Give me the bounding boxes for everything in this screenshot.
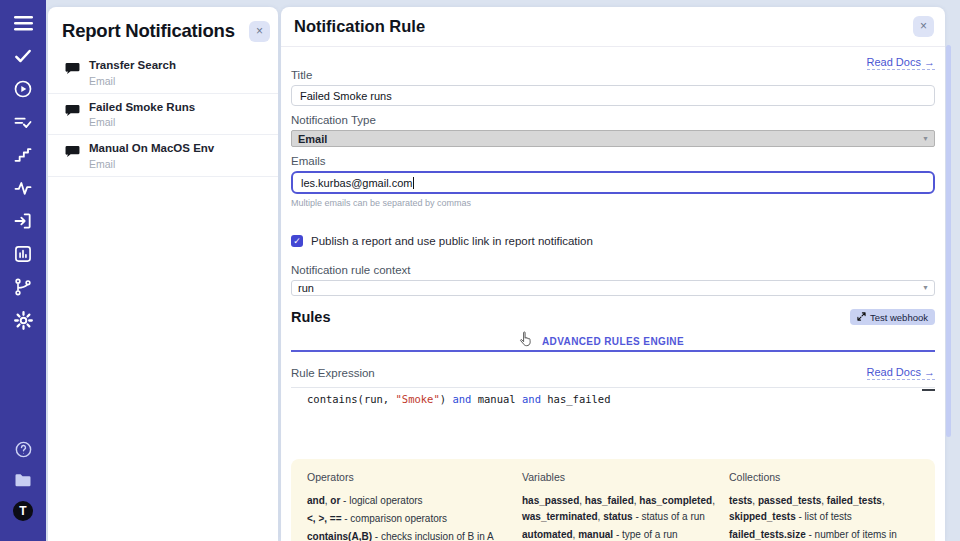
rule-expression-label: Rule Expression (291, 367, 375, 379)
branch-icon[interactable] (12, 276, 34, 298)
expression-help-box: Operators and, or - logical operators<, … (291, 459, 935, 541)
pulse-icon[interactable] (12, 177, 34, 199)
rule-context-label: Notification rule context (291, 264, 935, 276)
help-entry: contains(A,B) - checks inclusion of B in… (307, 529, 508, 541)
help-entry: has_passed, has_failed, has_completed, w… (522, 493, 715, 525)
help-entry: <, >, == - comparison operators (307, 511, 508, 527)
menu-icon[interactable] (12, 12, 34, 34)
list-item[interactable]: Transfer Search Email (48, 52, 278, 94)
close-icon[interactable]: × (913, 16, 934, 37)
list-item[interactable]: Failed Smoke Runs Email (48, 94, 278, 136)
notification-rule-panel: Notification Rule × Read Docs → Title No… (281, 7, 945, 541)
test-webhook-label: Test webhook (870, 312, 928, 323)
notification-title: Transfer Search (89, 58, 176, 74)
emails-value: les.kurbas@gmail.com (301, 177, 412, 189)
help-icon[interactable] (12, 438, 34, 460)
title-field-label: Title (291, 69, 935, 81)
notification-title: Manual On MacOS Env (89, 141, 214, 157)
help-column-title: Variables (522, 471, 715, 483)
publish-report-checkbox-row[interactable]: ✓ Publish a report and use public link i… (291, 235, 935, 247)
selected-rule-context: run (298, 282, 314, 294)
rules-heading: Rules (291, 309, 331, 325)
app-background: T Report Notifications × Transfer Search… (0, 0, 960, 541)
help-column-title: Operators (307, 471, 508, 483)
notification-type-label: Notification Type (291, 114, 935, 126)
emails-helper-text: Multiple emails can be separated by comm… (291, 198, 935, 208)
notification-type-select[interactable]: Email ▼ (291, 130, 935, 147)
rule-context-select[interactable]: run ▼ (291, 280, 935, 296)
help-column-collections: Collections tests, passed_tests, failed_… (729, 471, 919, 541)
folder-icon[interactable] (12, 469, 34, 491)
read-docs-link[interactable]: Read Docs → (867, 56, 935, 70)
title-input[interactable] (291, 85, 935, 106)
comment-bubble-icon (65, 61, 80, 79)
steps-icon[interactable] (12, 144, 34, 166)
help-column-title: Collections (729, 471, 919, 483)
test-webhook-button[interactable]: Test webhook (850, 309, 935, 325)
play-circle-icon[interactable] (12, 78, 34, 100)
editor-scrollbar-dash[interactable] (922, 389, 935, 391)
import-icon[interactable] (12, 210, 34, 232)
list-item[interactable]: Manual On MacOS Env Email (48, 135, 278, 177)
notification-type: Email (89, 75, 176, 87)
help-entry: and, or - logical operators (307, 493, 508, 509)
sidebar: T (0, 0, 46, 541)
help-column-variables: Variables has_passed, has_failed, has_co… (522, 471, 715, 541)
help-column-operators: Operators and, or - logical operators<, … (307, 471, 508, 541)
report-notifications-panel: Report Notifications × Transfer Search E… (48, 7, 278, 541)
vertical-scrollbar-thumb[interactable] (946, 45, 951, 437)
comment-bubble-icon (65, 144, 80, 162)
gear-icon[interactable] (12, 309, 34, 331)
tab-advanced-rules-engine[interactable]: ADVANCED RULES ENGINE (542, 336, 684, 347)
chevron-down-icon: ▼ (922, 135, 929, 142)
help-entry: tests, passed_tests, failed_tests, skipp… (729, 493, 919, 525)
list-check-icon[interactable] (12, 111, 34, 133)
comment-bubble-icon (65, 103, 80, 121)
selected-notification-type: Email (298, 133, 327, 145)
chevron-down-icon: ▼ (922, 284, 929, 291)
rule-expression-code[interactable]: contains(run, "Smoke") and manual and ha… (307, 393, 921, 405)
rule-expression-editor[interactable]: contains(run, "Smoke") and manual and ha… (291, 387, 935, 414)
panel-title: Report Notifications (62, 20, 235, 42)
notification-type: Email (89, 116, 195, 128)
page-title: Notification Rule (294, 17, 425, 36)
logo-t[interactable]: T (12, 500, 34, 522)
checkbox-checked-icon[interactable]: ✓ (291, 235, 303, 247)
help-entry: failed_tests.size - number of items in c… (729, 527, 919, 541)
check-icon[interactable] (12, 45, 34, 67)
emails-input[interactable]: les.kurbas@gmail.com (291, 171, 935, 194)
close-icon[interactable]: × (249, 21, 270, 42)
emails-field-label: Emails (291, 155, 935, 167)
mouse-pointer-cursor (519, 331, 532, 351)
read-docs-link[interactable]: Read Docs → (867, 366, 935, 380)
help-entry: automated, manual - type of a run (522, 527, 715, 541)
chart-box-icon[interactable] (12, 243, 34, 265)
notification-list: Transfer Search Email Failed Smoke Runs … (48, 52, 278, 177)
webhook-arrows-icon (857, 312, 866, 323)
publish-report-label: Publish a report and use public link in … (311, 235, 593, 247)
text-caret (413, 177, 414, 189)
notification-title: Failed Smoke Runs (89, 100, 195, 116)
notification-type: Email (89, 158, 214, 170)
